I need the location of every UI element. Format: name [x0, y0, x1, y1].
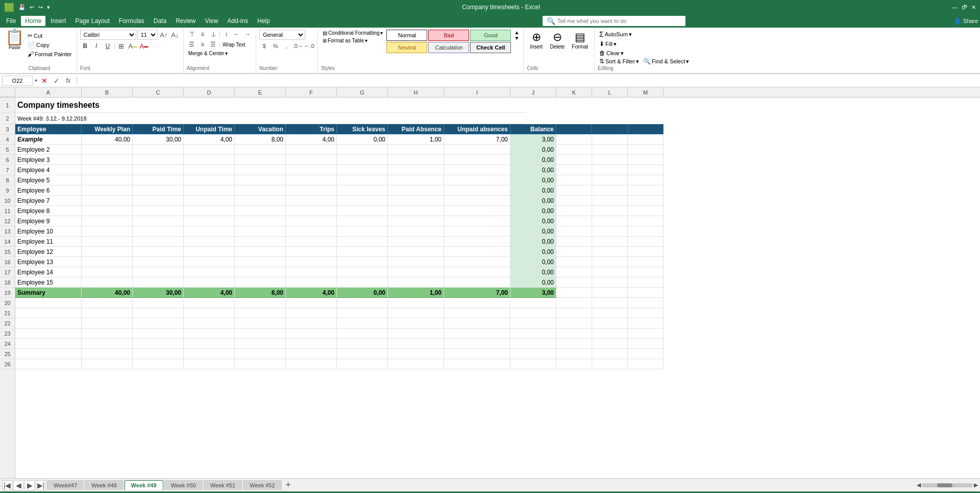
- copy-button[interactable]: 📄 Copy: [26, 41, 74, 49]
- format-as-table-btn[interactable]: ⊞ Format as Table ▾: [321, 37, 385, 44]
- scroll-right-btn[interactable]: ▶: [974, 482, 978, 488]
- cell-f5[interactable]: [286, 145, 337, 155]
- cell-l3[interactable]: [592, 124, 628, 134]
- row-num-18[interactable]: 18: [0, 277, 15, 288]
- restore-btn[interactable]: 🗗: [962, 4, 967, 10]
- cell-g5[interactable]: [337, 145, 388, 155]
- cell-h19[interactable]: 1,00: [388, 288, 444, 298]
- merge-center-btn[interactable]: Merge & Center ▾: [187, 50, 230, 57]
- style-calculation[interactable]: Calculation: [428, 42, 469, 53]
- cell-a7[interactable]: Employee 4: [15, 165, 82, 175]
- menu-review[interactable]: Review: [172, 16, 200, 26]
- minimize-btn[interactable]: —: [952, 4, 958, 10]
- cell-h6[interactable]: [388, 155, 444, 165]
- sort-filter-btn[interactable]: ⇅ Sort & Filter ▾: [598, 57, 641, 65]
- cell-h5[interactable]: [388, 145, 444, 155]
- sheet-nav-next[interactable]: ▶: [24, 480, 35, 490]
- cell-i3[interactable]: Unpaid absences: [444, 124, 510, 134]
- cell-e5[interactable]: [235, 145, 286, 155]
- font-size-select[interactable]: 11: [137, 30, 158, 40]
- cell-b6[interactable]: [82, 155, 133, 165]
- cell-e4[interactable]: 8,00: [235, 134, 286, 145]
- col-header-b[interactable]: B: [82, 87, 133, 97]
- cell-j3[interactable]: Balance: [510, 124, 556, 134]
- cell-m5[interactable]: [628, 145, 664, 155]
- cell-b19[interactable]: 40,00: [82, 288, 133, 298]
- row-num-21[interactable]: 21: [0, 308, 15, 318]
- col-header-f[interactable]: F: [286, 87, 337, 97]
- cell-e19[interactable]: 8,00: [235, 288, 286, 298]
- formula-expand-icon[interactable]: ▾: [35, 78, 37, 83]
- quick-access-dropdown[interactable]: ▾: [47, 4, 50, 11]
- menu-formulas[interactable]: Formulas: [115, 16, 149, 26]
- merge-center-arrow[interactable]: ▾: [225, 51, 228, 56]
- col-header-c[interactable]: C: [133, 87, 184, 97]
- row-num-14[interactable]: 14: [0, 237, 15, 247]
- menu-data[interactable]: Data: [150, 16, 170, 26]
- cell-c3[interactable]: Paid Time: [133, 124, 184, 134]
- row-num-6[interactable]: 6: [0, 155, 15, 165]
- cell-h4[interactable]: 1,00: [388, 134, 444, 145]
- row-num-7[interactable]: 7: [0, 165, 15, 175]
- cell-f19[interactable]: 4,00: [286, 288, 337, 298]
- menu-insert[interactable]: Insert: [46, 16, 70, 26]
- cell-g3[interactable]: Sick leaves: [337, 124, 388, 134]
- col-header-m[interactable]: M: [628, 87, 664, 97]
- cut-button[interactable]: ✂ Cut: [26, 32, 74, 40]
- currency-btn[interactable]: $: [259, 41, 270, 51]
- cell-j4[interactable]: 3,00: [510, 134, 556, 145]
- formula-cancel-icon[interactable]: ✕: [39, 77, 50, 85]
- sheet-tab-week51[interactable]: Week #51: [204, 480, 242, 490]
- cell-d3[interactable]: Unpaid Time: [184, 124, 235, 134]
- col-header-h[interactable]: H: [388, 87, 444, 97]
- menu-view[interactable]: View: [201, 16, 223, 26]
- cell-a2[interactable]: Week #49: 3.12.- 9.12.2018: [15, 113, 526, 124]
- row-num-15[interactable]: 15: [0, 247, 15, 257]
- row-num-8[interactable]: 8: [0, 175, 15, 185]
- row-num-20[interactable]: 20: [0, 298, 15, 308]
- indent-increase-btn[interactable]: →: [242, 30, 253, 39]
- cell-d19[interactable]: 4,00: [184, 288, 235, 298]
- cell-a9[interactable]: Employee 6: [15, 185, 82, 196]
- conditional-formatting-btn[interactable]: ▤ Conditional Formatting ▾: [321, 30, 385, 36]
- row-num-13[interactable]: 13: [0, 226, 15, 237]
- cell-c5[interactable]: [133, 145, 184, 155]
- row-num-26[interactable]: 26: [0, 359, 15, 369]
- cell-a3[interactable]: Employee: [15, 124, 82, 134]
- cell-d6[interactable]: [184, 155, 235, 165]
- quick-access-undo[interactable]: ↩: [30, 4, 34, 11]
- row-num-2[interactable]: 2: [0, 113, 15, 124]
- col-header-l[interactable]: L: [592, 87, 628, 97]
- decrease-decimal-btn[interactable]: ←.0: [304, 41, 314, 51]
- row-num-16[interactable]: 16: [0, 257, 15, 267]
- cell-j6[interactable]: 0,00: [510, 155, 556, 165]
- fill-color-btn[interactable]: A▬: [128, 41, 138, 51]
- increase-font-btn[interactable]: A↑: [159, 30, 169, 40]
- style-good[interactable]: Good: [470, 30, 511, 41]
- format-painter-button[interactable]: 🖌 Format Painter: [26, 50, 74, 58]
- border-btn[interactable]: ⊞: [116, 41, 127, 51]
- align-left-btn[interactable]: ☰: [187, 40, 197, 49]
- sheet-tab-week47[interactable]: Week#47: [47, 480, 84, 490]
- cell-f6[interactable]: [286, 155, 337, 165]
- sheet-tab-week48[interactable]: Week #48: [85, 480, 123, 490]
- cell-a11[interactable]: Employee 8: [15, 206, 82, 216]
- row-num-22[interactable]: 22: [0, 318, 15, 328]
- italic-button[interactable]: I: [91, 41, 102, 51]
- cell-i5[interactable]: [444, 145, 510, 155]
- quick-access-save[interactable]: 💾: [18, 4, 26, 11]
- col-header-d[interactable]: D: [184, 87, 235, 97]
- cell-f4[interactable]: 4,00: [286, 134, 337, 145]
- cell-a10[interactable]: Employee 7: [15, 196, 82, 206]
- row-num-10[interactable]: 10: [0, 196, 15, 206]
- row-num-19[interactable]: 19: [0, 288, 15, 298]
- cell-l5[interactable]: [592, 145, 628, 155]
- menu-page-layout[interactable]: Page Layout: [71, 16, 113, 26]
- col-header-j[interactable]: J: [510, 87, 556, 97]
- align-top-btn[interactable]: ⊤: [187, 30, 197, 39]
- search-input[interactable]: [557, 18, 670, 24]
- sheet-tab-week50[interactable]: Week #50: [164, 480, 203, 490]
- sheet-nav-last[interactable]: ▶|: [36, 480, 46, 490]
- row-num-24[interactable]: 24: [0, 339, 15, 349]
- cell-g4[interactable]: 0,00: [337, 134, 388, 145]
